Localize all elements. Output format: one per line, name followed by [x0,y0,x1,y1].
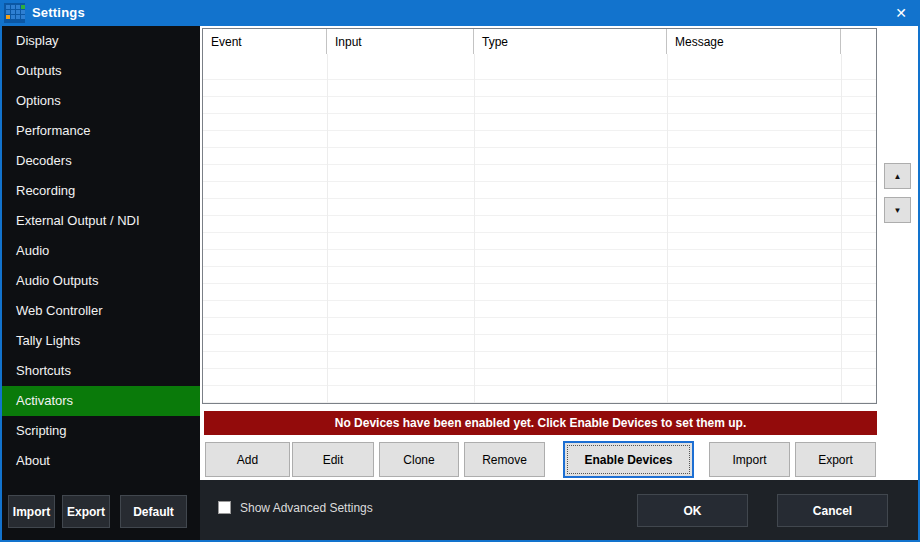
sidebar-item-audio[interactable]: Audio [0,236,200,266]
table-header-row: Event Input Type Message [203,29,876,54]
export-button[interactable]: Export [795,442,876,477]
settings-import-button[interactable]: Import [8,495,55,528]
import-button[interactable]: Import [709,442,790,477]
settings-export-button[interactable]: Export [62,495,110,528]
sidebar-item-external-output-ndi[interactable]: External Output / NDI [0,206,200,236]
sidebar-item-decoders[interactable]: Decoders [0,146,200,176]
column-divider [841,54,842,403]
sidebar-item-outputs[interactable]: Outputs [0,56,200,86]
sidebar-item-options[interactable]: Options [0,86,200,116]
move-down-button[interactable]: ▼ [884,197,911,223]
arrow-down-icon: ▼ [894,206,902,215]
sidebar-item-audio-outputs[interactable]: Audio Outputs [0,266,200,296]
sidebar-item-recording[interactable]: Recording [0,176,200,206]
column-divider [327,54,328,403]
sidebar-item-scripting[interactable]: Scripting [0,416,200,446]
column-header-message[interactable]: Message [667,29,841,54]
column-header-event[interactable]: Event [203,29,327,54]
sidebar-item-web-controller[interactable]: Web Controller [0,296,200,326]
window-title: Settings [32,5,85,20]
arrow-up-icon: ▲ [894,172,902,181]
column-header-input[interactable]: Input [327,29,474,54]
no-devices-warning-banner: No Devices have been enabled yet. Click … [204,411,877,435]
sidebar-item-performance[interactable]: Performance [0,116,200,146]
sidebar-item-tally-lights[interactable]: Tally Lights [0,326,200,356]
show-advanced-settings-label: Show Advanced Settings [240,501,373,515]
column-divider [474,54,475,403]
add-button[interactable]: Add [205,442,290,477]
column-header-type[interactable]: Type [474,29,667,54]
sidebar-item-about[interactable]: About [0,446,200,476]
remove-button[interactable]: Remove [464,442,545,477]
show-advanced-settings-checkbox[interactable] [218,501,231,514]
sidebar-item-activators[interactable]: Activators [0,386,200,416]
sidebar-item-shortcuts[interactable]: Shortcuts [0,356,200,386]
sidebar-item-display[interactable]: Display [0,26,200,56]
enable-devices-button[interactable]: Enable Devices [563,441,694,478]
close-icon[interactable]: ✕ [886,0,916,26]
cancel-button[interactable]: Cancel [777,494,888,527]
titlebar: Settings ✕ [0,0,920,26]
table-body-empty[interactable] [203,54,876,403]
clone-button[interactable]: Clone [379,442,459,477]
footer-bar: Show Advanced Settings OK Cancel [200,480,920,542]
activators-table: Event Input Type Message [202,28,877,404]
activators-panel: Event Input Type Message ▲ ▼ No Devices … [200,26,920,480]
settings-default-button[interactable]: Default [120,495,187,528]
ok-button[interactable]: OK [637,494,748,527]
app-logo-icon [4,3,25,23]
sidebar: Display Outputs Options Performance Deco… [0,26,200,542]
move-up-button[interactable]: ▲ [884,163,911,189]
edit-button[interactable]: Edit [292,442,374,477]
settings-window: Settings ✕ Display Outputs Options Perfo… [0,0,920,542]
column-divider [667,54,668,403]
